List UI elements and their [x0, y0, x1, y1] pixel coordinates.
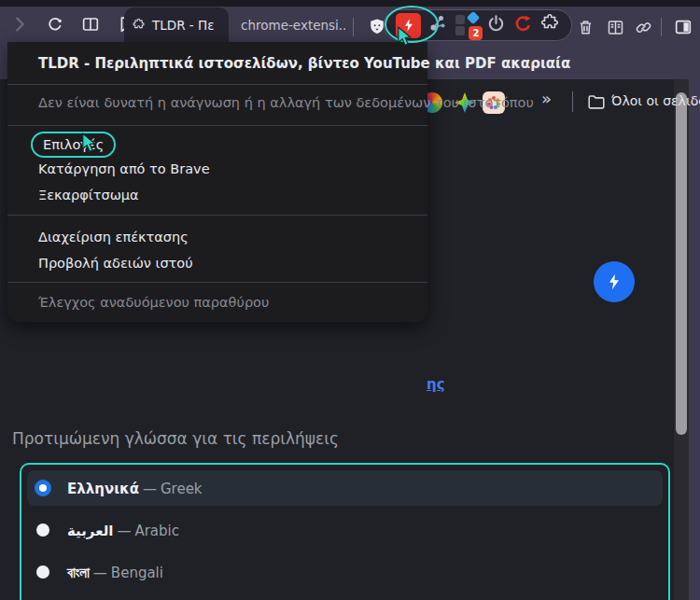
lightning-icon	[605, 272, 623, 291]
partial-link[interactable]: ης	[427, 376, 445, 393]
extensions-group: 2	[384, 9, 572, 41]
block-icon	[455, 26, 465, 35]
scrollbar-thumb[interactable]	[676, 92, 687, 435]
extension-favicon-icon	[132, 18, 146, 32]
menu-item-no-access: Δεν είναι δυνατή η ανάγνωση ή η αλλαγή τ…	[38, 95, 534, 110]
extensions-menu-button[interactable]	[539, 13, 560, 37]
radio-selected[interactable]	[35, 480, 51, 496]
molecule-icon	[427, 12, 449, 35]
blocks-extension-button[interactable]: 2	[455, 13, 479, 37]
menu-item-unpin[interactable]: Ξεκαρφίτσωμα	[38, 188, 139, 202]
radio-unselected[interactable]	[36, 565, 49, 579]
bookmarks-separator	[572, 91, 573, 112]
toolbar: TLDR - Πε chrome-extensi...	[0, 7, 700, 42]
all-bookmarks-button[interactable]	[586, 91, 607, 116]
red-reload-icon	[512, 13, 534, 35]
menu-item-manage[interactable]: Διαχείριση επέκτασης	[38, 230, 189, 244]
menu-separator	[7, 282, 427, 283]
reload-button[interactable]	[41, 10, 69, 38]
link-icon	[634, 18, 653, 37]
puzzle-icon	[539, 13, 560, 34]
split-view-button[interactable]	[77, 10, 105, 38]
power-extension-button[interactable]	[485, 13, 507, 38]
tab-tldr[interactable]: TLDR - Πε	[124, 7, 229, 42]
menu-item-permissions[interactable]: Προβολή αδειών ιστού	[38, 256, 193, 271]
menu-item-popup-check: Έλεγχος αναδυόμενου παραθύρου	[38, 295, 269, 310]
language-option-bengali[interactable]: বাংলা—Bengali	[27, 554, 663, 590]
window-top-edge	[0, 0, 700, 7]
menu-separator	[7, 84, 427, 85]
menu-item-remove[interactable]: Κατάργηση από το Brave	[38, 161, 210, 176]
bookmarks-overflow-button[interactable]: »	[541, 89, 552, 108]
sidebar-toggle-button[interactable]	[669, 13, 697, 41]
menu-separator	[7, 125, 427, 126]
extension-context-menu: TLDR - Περιληπτικά ιστοσελίδων, βίντεο Y…	[7, 42, 427, 322]
menu-separator	[7, 215, 427, 216]
power-icon	[485, 13, 507, 35]
tab-title: TLDR - Πε	[152, 18, 214, 33]
copy-link-button[interactable]	[629, 13, 657, 41]
forward-button[interactable]	[6, 10, 34, 38]
graph-extension-button[interactable]	[427, 12, 449, 38]
toolbar-separator	[661, 18, 662, 36]
tab-title: chrome-extensi...	[241, 18, 345, 33]
menu-title[interactable]: TLDR - Περιληπτικά ιστοσελίδων, βίντεο Y…	[38, 55, 570, 72]
all-bookmarks-label[interactable]: Όλοι οι σελιδοδείκ	[611, 93, 700, 108]
trash-icon	[576, 18, 595, 37]
language-option-greek[interactable]: Ελληνικά—Greek	[27, 470, 663, 506]
browser-window: TLDR - Πε chrome-extensi...	[0, 0, 700, 600]
language-section-heading: Προτιμώμενη γλώσσα για τις περιλήψεις	[12, 429, 339, 448]
tldr-floating-button[interactable]	[594, 261, 635, 302]
lightning-icon	[401, 18, 416, 33]
refresh-extension-button[interactable]	[512, 13, 534, 38]
sidebar-icon	[673, 17, 693, 37]
extension-badge: 2	[469, 26, 483, 40]
folder-icon	[586, 91, 607, 112]
radio-unselected[interactable]	[36, 523, 49, 537]
language-option-arabic[interactable]: العربية—Arabic	[27, 512, 663, 548]
tldr-extension-button[interactable]	[396, 13, 421, 38]
menu-item-options[interactable]: Επιλογές	[31, 132, 116, 158]
book-icon	[606, 18, 625, 37]
reading-list-button[interactable]	[601, 13, 629, 41]
trash-button[interactable]	[571, 13, 599, 41]
language-option-portuguese[interactable]: Português (Brasil)—Brazilian Portuguese	[27, 596, 663, 600]
diamond-icon	[467, 11, 480, 24]
tab-chrome-extension[interactable]: chrome-extensi...	[235, 7, 345, 42]
language-list: Ελληνικά—Greek العربية—Arabic বাংলা—Beng…	[20, 463, 670, 600]
block-icon	[455, 15, 465, 24]
toolbar-separator	[353, 18, 354, 36]
